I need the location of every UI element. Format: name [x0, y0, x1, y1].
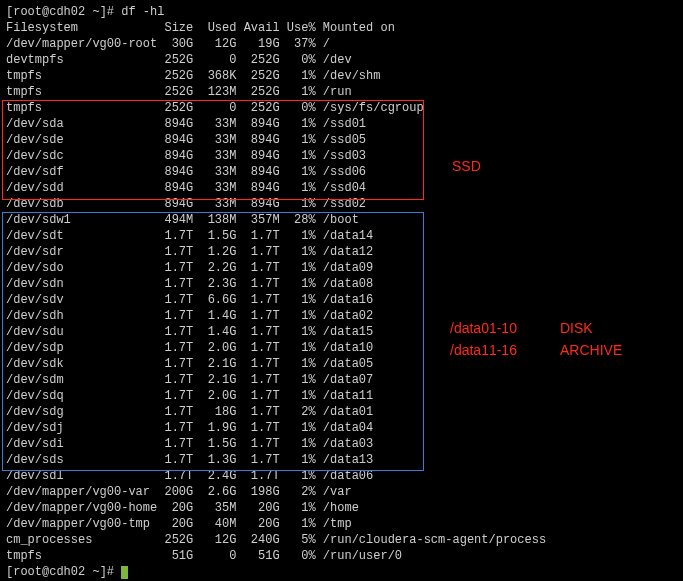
df-row: /dev/sdc 894G 33M 894G 1% /ssd03 — [6, 148, 677, 164]
df-row: /dev/sde 894G 33M 894G 1% /ssd05 — [6, 132, 677, 148]
df-row: /dev/sdm 1.7T 2.1G 1.7T 1% /data07 — [6, 372, 677, 388]
prompt-tilde: ~ — [92, 565, 99, 579]
df-header: Filesystem Size Used Avail Use% Mounted … — [6, 20, 677, 36]
df-row: /dev/mapper/vg00-home 20G 35M 20G 1% /ho… — [6, 500, 677, 516]
prompt-tilde: ~ — [92, 5, 99, 19]
df-row: /dev/sdq 1.7T 2.0G 1.7T 1% /data11 — [6, 388, 677, 404]
annotation-ssd: SSD — [452, 158, 481, 174]
df-row: /dev/sdw1 494M 138M 357M 28% /boot — [6, 212, 677, 228]
df-row: /dev/sdr 1.7T 1.2G 1.7T 1% /data12 — [6, 244, 677, 260]
df-row: /dev/mapper/vg00-tmp 20G 40M 20G 1% /tmp — [6, 516, 677, 532]
annotation-data01: /data01-10 — [450, 320, 517, 336]
df-row: tmpfs 252G 0 252G 0% /sys/fs/cgroup — [6, 100, 677, 116]
df-row: /dev/sdf 894G 33M 894G 1% /ssd06 — [6, 164, 677, 180]
df-row: /dev/sdd 894G 33M 894G 1% /ssd04 — [6, 180, 677, 196]
df-row: /dev/sdj 1.7T 1.9G 1.7T 1% /data04 — [6, 420, 677, 436]
annotation-disk: DISK — [560, 320, 593, 336]
df-row: /dev/sds 1.7T 1.3G 1.7T 1% /data13 — [6, 452, 677, 468]
df-row: /dev/sdt 1.7T 1.5G 1.7T 1% /data14 — [6, 228, 677, 244]
prompt-userhost: root@cdh02 — [13, 565, 92, 579]
df-row: tmpfs 252G 368K 252G 1% /dev/shm — [6, 68, 677, 84]
annotation-data11: /data11-16 — [450, 342, 517, 358]
prompt-line-2[interactable]: [root@cdh02 ~]# — [6, 564, 677, 580]
df-row: /dev/sdk 1.7T 2.1G 1.7T 1% /data05 — [6, 356, 677, 372]
df-row: /dev/sdi 1.7T 1.5G 1.7T 1% /data03 — [6, 436, 677, 452]
command: df -hl — [121, 5, 164, 19]
df-row: /dev/sdn 1.7T 2.3G 1.7T 1% /data08 — [6, 276, 677, 292]
df-row: cm_processes 252G 12G 240G 5% /run/cloud… — [6, 532, 677, 548]
df-row: /dev/sdg 1.7T 18G 1.7T 2% /data01 — [6, 404, 677, 420]
df-row: /dev/mapper/vg00-var 200G 2.6G 198G 2% /… — [6, 484, 677, 500]
df-row: /dev/mapper/vg00-root 30G 12G 19G 37% / — [6, 36, 677, 52]
df-output: /dev/mapper/vg00-root 30G 12G 19G 37% /d… — [6, 36, 677, 564]
prompt-close: ]# — [100, 565, 122, 579]
prompt-close: ]# — [100, 5, 122, 19]
df-row: /dev/sdb 894G 33M 894G 1% /ssd02 — [6, 196, 677, 212]
prompt-line: [root@cdh02 ~]# df -hl — [6, 4, 677, 20]
df-row: /dev/sdl 1.7T 2.4G 1.7T 1% /data06 — [6, 468, 677, 484]
df-row: devtmpfs 252G 0 252G 0% /dev — [6, 52, 677, 68]
prompt-userhost: root@cdh02 — [13, 5, 92, 19]
df-row: tmpfs 252G 123M 252G 1% /run — [6, 84, 677, 100]
df-row: /dev/sda 894G 33M 894G 1% /ssd01 — [6, 116, 677, 132]
df-row: tmpfs 51G 0 51G 0% /run/user/0 — [6, 548, 677, 564]
df-row: /dev/sdo 1.7T 2.2G 1.7T 1% /data09 — [6, 260, 677, 276]
annotation-archive: ARCHIVE — [560, 342, 622, 358]
df-row: /dev/sdv 1.7T 6.6G 1.7T 1% /data16 — [6, 292, 677, 308]
cursor-icon — [121, 566, 128, 579]
